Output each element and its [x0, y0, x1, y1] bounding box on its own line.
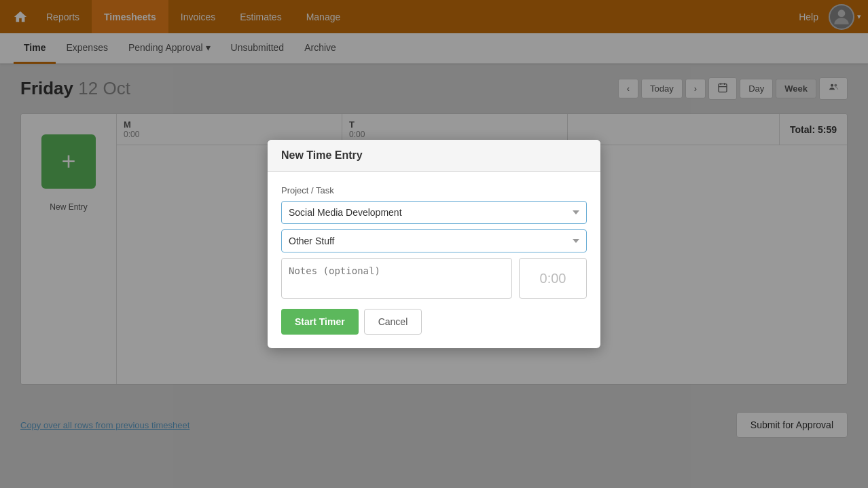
project-select[interactable]: Social Media Development Website Redesig…: [281, 201, 587, 224]
modal-overlay[interactable]: New Time Entry Project / Task Social Med…: [0, 0, 868, 488]
project-task-label: Project / Task: [281, 185, 587, 195]
new-time-entry-modal: New Time Entry Project / Task Social Med…: [268, 140, 600, 348]
notes-time-row: [281, 258, 587, 299]
cancel-button[interactable]: Cancel: [364, 309, 422, 335]
modal-title: New Time Entry: [268, 140, 600, 172]
notes-input[interactable]: [281, 258, 512, 299]
time-input[interactable]: [519, 258, 587, 299]
modal-body: Project / Task Social Media Development …: [268, 172, 600, 348]
modal-actions: Start Timer Cancel: [281, 309, 587, 335]
task-select[interactable]: Other Stuff Design Development Testing: [281, 229, 587, 252]
start-timer-button[interactable]: Start Timer: [281, 309, 359, 335]
